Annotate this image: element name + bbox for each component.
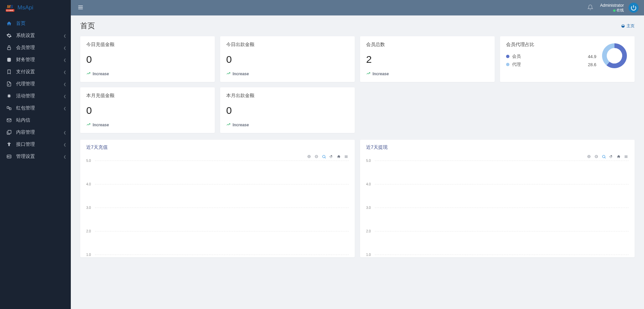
status-dot-icon: [613, 9, 615, 12]
username-label: Administrator: [600, 3, 624, 8]
sidebar-item-content[interactable]: 内容管理❮: [0, 126, 71, 138]
chevron-left-icon: ❮: [63, 34, 66, 38]
stat-value: 0: [86, 105, 209, 116]
donut-chart-icon: [600, 42, 629, 70]
stat-value: 0: [86, 54, 209, 65]
page-title: 首页: [80, 21, 95, 31]
chart-tool-zoom-icon[interactable]: [601, 154, 606, 159]
donut-card: 会员代理占比会员44.9代理28.6: [500, 36, 635, 82]
chart-card-recharge7: 近7天充值1.02.03.04.05.0: [80, 140, 355, 257]
donut-title: 会员代理占比: [506, 42, 596, 48]
chevron-left-icon: ❮: [63, 58, 66, 62]
chart-tool-zoom-in-icon[interactable]: [586, 154, 592, 159]
donut-legend-row: 会员44.9: [506, 52, 596, 60]
stat-card-today_recharge: 今日充值金额0Increase: [80, 36, 215, 82]
menu-toggle-button[interactable]: [76, 3, 85, 13]
chevron-left-icon: ❮: [63, 131, 66, 134]
sidebar-item-system[interactable]: 系统设置❮: [0, 30, 71, 42]
gridline: [375, 255, 629, 255]
trend-up-icon: [226, 71, 231, 77]
sidebar-item-label: 财务管理: [16, 57, 63, 63]
chevron-left-icon: ❮: [63, 46, 66, 50]
chevron-left-icon: ❮: [63, 143, 66, 146]
stat-title: 今日出款金额: [226, 42, 349, 48]
sidebar-item-label: 系统设置: [16, 33, 63, 39]
chart-tool-zoom-out-icon[interactable]: [594, 154, 599, 159]
brand[interactable]: MS GAME MsApi: [0, 0, 71, 15]
trend-up-icon: [226, 122, 231, 128]
stat-card-month_withdraw: 本月出款金额0Increase: [220, 87, 355, 133]
sidebar-item-redpacket[interactable]: 红包管理❮: [0, 102, 71, 114]
chevron-left-icon: ❮: [63, 106, 66, 110]
sidebar-item-label: 活动管理: [16, 93, 63, 99]
finance-icon: [6, 57, 12, 63]
power-button[interactable]: [629, 3, 639, 13]
trend-label: Increase: [93, 72, 109, 76]
trend-up-icon: [86, 122, 91, 128]
chart-tool-zoom-out-icon[interactable]: [314, 154, 319, 159]
trend-label: Increase: [373, 72, 389, 76]
chart-tool-pan-icon[interactable]: [608, 154, 614, 159]
y-tick-label: 4.0: [366, 182, 371, 186]
chart-tool-reset-icon[interactable]: [336, 154, 341, 159]
sidebar-item-finance[interactable]: 财务管理❮: [0, 54, 71, 66]
trend-up-icon: [366, 71, 370, 77]
user-info[interactable]: Administrator 在线: [597, 3, 627, 12]
svg-rect-5: [8, 130, 11, 133]
chart-tool-menu-icon[interactable]: [343, 154, 349, 159]
trend-label: Increase: [93, 123, 109, 127]
gridline: [375, 184, 629, 184]
sidebar-item-payment[interactable]: 支付设置❮: [0, 66, 71, 78]
chart-title: 近7天充值: [86, 144, 349, 150]
y-tick-label: 5.0: [86, 159, 91, 163]
sidebar-item-admin[interactable]: 管理设置❮: [0, 150, 71, 163]
sidebar-item-agent[interactable]: 代理管理❮: [0, 78, 71, 90]
stat-title: 今日充值金额: [86, 42, 209, 48]
system-icon: [6, 33, 12, 39]
breadcrumb-home[interactable]: 主页: [621, 23, 635, 29]
user-status: 在线: [613, 8, 624, 12]
y-tick-label: 2.0: [366, 229, 371, 233]
power-icon: [631, 5, 637, 11]
sidebar-item-label: 内容管理: [16, 129, 63, 135]
sidebar-item-home[interactable]: 首页: [0, 17, 71, 30]
chart-body: 1.02.03.04.05.0: [86, 161, 349, 255]
agent-icon: [6, 81, 12, 87]
api-icon: [6, 141, 12, 147]
chart-tool-zoom-in-icon[interactable]: [306, 154, 312, 159]
sidebar-item-api[interactable]: 接口管理❮: [0, 138, 71, 150]
payment-icon: [6, 69, 12, 75]
chevron-left-icon: ❮: [63, 82, 66, 86]
chart-tool-menu-icon[interactable]: [623, 154, 629, 159]
svg-point-28: [602, 155, 605, 158]
notifications-button[interactable]: [583, 2, 597, 13]
legend-dot-icon: [506, 55, 509, 58]
sidebar-item-inbox[interactable]: 站内信: [0, 114, 71, 126]
trend-up-icon: [86, 71, 91, 77]
stat-card-member_total: 会员总数2Increase: [360, 36, 495, 82]
activity-icon: [6, 93, 12, 99]
chart-tool-pan-icon[interactable]: [329, 154, 334, 159]
bell-icon: [587, 4, 593, 10]
gridline: [375, 231, 629, 231]
chart-tool-zoom-icon[interactable]: [321, 154, 327, 159]
breadcrumb-label: 主页: [627, 23, 635, 29]
chart-tool-reset-icon[interactable]: [616, 154, 621, 159]
chart-title: 近7天提现: [366, 144, 629, 150]
content-icon: [6, 129, 12, 135]
svg-line-19: [325, 157, 326, 158]
sidebar-item-label: 首页: [16, 20, 66, 27]
stat-grid: 今日充值金额0Increase今日出款金额0Increase会员总数2Incre…: [71, 34, 644, 140]
content-area: 首页 主页 今日充值金额0Increase今日出款金额0Increase会员总数…: [71, 15, 644, 309]
svg-line-29: [604, 157, 605, 158]
redpacket-icon: [6, 105, 12, 111]
sidebar-item-activity[interactable]: 活动管理❮: [0, 90, 71, 102]
gridline: [95, 208, 349, 208]
sidebar-item-member[interactable]: 会员管理❮: [0, 42, 71, 54]
chart-card-withdraw7: 近7天提现1.02.03.04.05.0: [360, 140, 635, 257]
member-icon: [6, 45, 12, 51]
y-tick-label: 2.0: [86, 229, 91, 233]
sidebar-item-label: 红包管理: [16, 105, 63, 111]
legend-value: 44.9: [588, 54, 596, 59]
legend-label: 代理: [512, 61, 588, 68]
